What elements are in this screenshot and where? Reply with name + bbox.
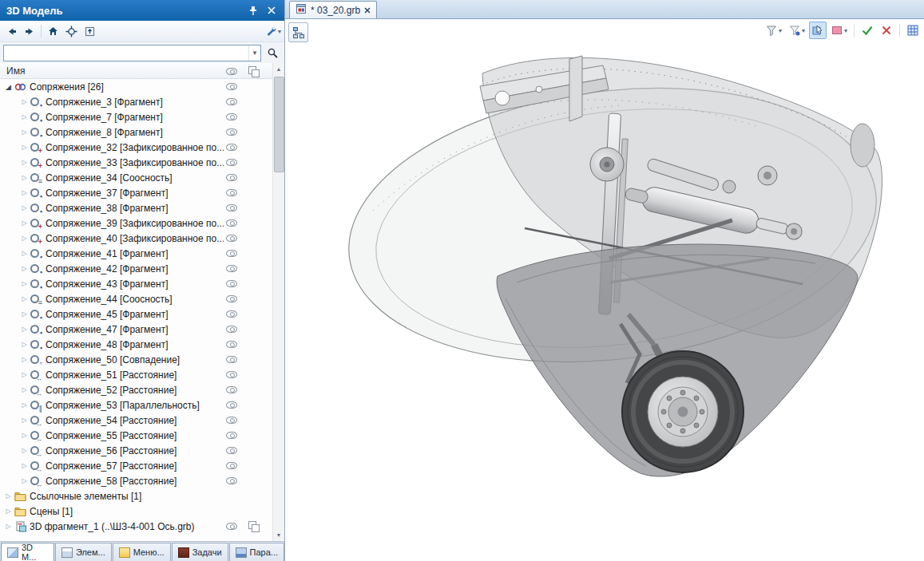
tree-row-mate[interactable]: Сопряжение_58 [Расстояние] [0,473,284,488]
panel-tab[interactable]: Меню... [113,543,171,561]
visibility-eye-icon[interactable] [226,98,237,105]
visibility-eye-icon[interactable] [226,235,237,242]
tree-row-mate[interactable]: Сопряжение_54 [Расстояние] [0,413,284,428]
visibility-eye-icon[interactable] [226,417,237,424]
expand-arrow-icon[interactable] [19,204,30,211]
expand-arrow-icon[interactable] [19,174,30,181]
expand-arrow-icon[interactable] [3,508,14,515]
tree-row-mate[interactable]: Сопряжение_33 [Зафиксированное по... [0,155,284,170]
tree-row-mate[interactable]: Сопряжение_57 [Расстояние] [0,458,284,473]
scroll-up-icon[interactable] [273,63,285,75]
visibility-eye-icon[interactable] [226,356,237,363]
visibility-eye-icon[interactable] [226,386,237,393]
expand-arrow-icon[interactable] [19,128,30,136]
visibility-eye-icon[interactable] [226,401,237,409]
expand-arrow-icon[interactable] [19,447,30,454]
expand-arrow-icon[interactable] [19,159,30,166]
tree-row-mate[interactable]: Сопряжение_48 [Фрагмент] [0,337,284,352]
visibility-eye-icon[interactable] [226,371,237,378]
expand-arrow-icon[interactable] [19,250,30,257]
tree-row-mate[interactable]: Сопряжение_52 [Расстояние] [0,382,284,397]
expand-arrow-icon[interactable] [19,98,30,105]
stack-icon[interactable] [248,521,259,531]
tree-row-3d-fragment[interactable]: 3D фрагмент_1 (..\ШЗ-4-001 Ось.grb) [0,519,284,534]
tree-row-mate[interactable]: Сопряжение_42 [Фрагмент] [0,261,284,276]
pin-icon[interactable] [246,4,260,18]
expand-arrow-icon[interactable] [19,310,30,318]
visibility-eye-icon[interactable] [226,265,237,272]
document-tab[interactable]: * 03_20.grb [289,1,377,18]
tree-row-mate[interactable]: Сопряжение_34 [Соосность] [0,170,284,185]
search-input[interactable] [4,46,248,60]
tree-row-mate[interactable]: Сопряжение_44 [Соосность] [0,291,284,306]
color-swatch-icon[interactable] [828,22,850,39]
expand-arrow-icon[interactable] [19,189,30,196]
visibility-eye-icon[interactable] [226,113,237,120]
cancel-x-icon[interactable] [878,22,895,39]
expand-arrow-icon[interactable] [19,371,30,378]
tree-row-scenes[interactable]: Сцены [1] [0,504,284,519]
tree-row-mates-root[interactable]: Сопряжения [26] [0,79,284,94]
forward-arrow-icon[interactable] [21,22,38,40]
expand-arrow-icon[interactable] [19,235,30,242]
visibility-eye-icon[interactable] [226,523,237,530]
scroll-track[interactable] [273,75,285,529]
visibility-eye-icon[interactable] [226,83,237,90]
visibility-eye-icon[interactable] [226,159,237,166]
viewport-3d[interactable] [285,19,924,561]
visibility-eye-icon[interactable] [226,189,237,196]
assembly-structure-button[interactable] [288,22,308,42]
visibility-eye-icon[interactable] [226,204,237,211]
select-mode-icon[interactable] [809,22,827,39]
visibility-eye-icon[interactable] [226,144,237,151]
scroll-down-icon[interactable] [273,529,285,541]
wrench-icon[interactable] [264,22,282,40]
tree-row-mate[interactable]: Сопряжение_56 [Расстояние] [0,443,284,458]
visibility-eye-icon[interactable] [226,295,237,302]
expand-arrow-icon[interactable] [19,219,30,227]
collapse-icon[interactable] [81,22,98,40]
expand-arrow-icon[interactable] [19,280,30,287]
tab-close-icon[interactable] [364,5,371,16]
tree-row-mate[interactable]: Сопряжение_7 [Фрагмент] [0,109,284,124]
tree-row-mate[interactable]: Сопряжение_32 [Зафиксированное по... [0,140,284,155]
selection-filter-icon[interactable] [763,22,784,39]
visibility-eye-icon[interactable] [226,310,237,318]
visibility-eye-icon[interactable] [226,250,237,257]
tree-row-mate[interactable]: Сопряжение_3 [Фрагмент] [0,94,284,109]
tree-scrollbar[interactable] [272,63,284,541]
visibility-eye-icon[interactable] [226,432,237,439]
expand-arrow-icon[interactable] [19,477,30,484]
stack-icon[interactable] [248,66,259,77]
visibility-eye-icon[interactable] [226,326,237,333]
expand-arrow-icon[interactable] [19,341,30,348]
model-3d-render[interactable] [285,19,924,561]
search-icon[interactable] [264,44,281,61]
expand-arrow-icon[interactable] [19,144,30,151]
tree-row-mate[interactable]: Сопряжение_51 [Расстояние] [0,367,284,382]
expand-arrow-icon[interactable] [19,356,30,363]
expand-arrow-icon[interactable] [19,113,30,120]
visibility-eye-icon[interactable] [226,341,237,348]
panel-tab[interactable]: Задачи [172,543,228,561]
visibility-eye-icon[interactable] [226,128,237,136]
locate-icon[interactable] [62,22,80,40]
expand-arrow-icon[interactable] [19,265,30,272]
tree-row-mate[interactable]: Сопряжение_45 [Фрагмент] [0,306,284,322]
ok-check-icon[interactable] [859,22,876,39]
tree-row-mate[interactable]: Сопряжение_39 [Зафиксированное по... [0,215,284,231]
tree-row-mate[interactable]: Сопряжение_38 [Фрагмент] [0,200,284,215]
visibility-eye-icon[interactable] [226,174,237,181]
tree-column-header[interactable]: Имя [0,63,284,79]
tree-row-mate[interactable]: Сопряжение_40 [Зафиксированное по... [0,231,284,246]
snap-filter-icon[interactable] [786,22,807,39]
visibility-eye-icon[interactable] [226,477,237,484]
tree-row-mate[interactable]: Сопряжение_53 [Параллельность] [0,397,284,413]
eye-icon[interactable] [226,68,237,75]
expand-arrow-icon[interactable] [19,417,30,424]
search-dropdown-icon[interactable] [248,45,260,61]
expand-arrow-icon[interactable] [19,432,30,439]
close-icon[interactable] [264,4,278,18]
tree-row-mate[interactable]: Сопряжение_41 [Фрагмент] [0,246,284,261]
expand-arrow-icon[interactable] [19,295,30,302]
